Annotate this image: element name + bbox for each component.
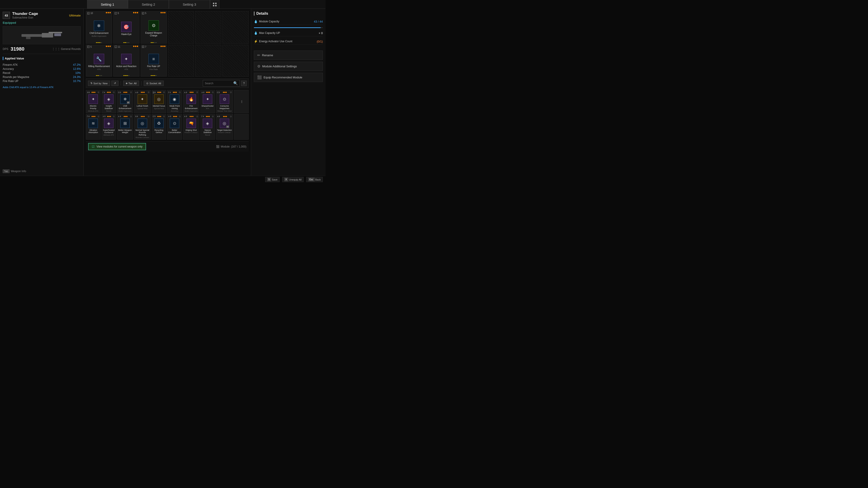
module-slot-2[interactable]: C5 ⚙ Expand Weapon Charge [141, 11, 167, 43]
module-card-4[interactable]: |||6 ⚙ ◎ Mental Focus Special Mod [152, 90, 166, 113]
view-toggle[interactable]: ☑ View modules for current weapon only [88, 143, 146, 150]
stat-accuracy: Accuracy 12.6% [3, 67, 81, 71]
module-card-5[interactable]: Γ4 ⚙ ◉ Weak Point Aiming Accuracy [167, 90, 182, 113]
svg-rect-9 [54, 33, 61, 36]
module-card-13[interactable]: C5 ⚙ ♻ Recycling Genius [152, 114, 166, 140]
module-card-12[interactable]: X4 ⚙ ◎ Normal Special Rounds Refining Ro… [134, 114, 151, 140]
module-tag-chill: Bullet Improvem [92, 35, 106, 37]
module-card-8[interactable]: C5 ⚙ ⊙ Consume Magazines Reload Time Mod [216, 90, 233, 113]
equip-recommended-button[interactable]: ⬛ Equip Recommended Module [254, 73, 323, 82]
module-card-15[interactable]: ∧6 ⚙ 🔫 Edging Shot Firearm Critical I [183, 114, 199, 140]
energy-icon: ⚡ [254, 39, 258, 43]
max-capacity-label: Max Capacity UP [259, 31, 280, 35]
save-button[interactable]: S Save [265, 177, 280, 182]
module-slot-6[interactable]: Γ5 🔧 Rifling Reinforcement ATK [86, 45, 112, 77]
tab-setting3[interactable]: Setting 3 [169, 0, 210, 8]
tab-setting2[interactable]: Setting 2 [128, 0, 169, 8]
module-settings-icon-11[interactable]: ⚙ [130, 115, 132, 118]
module-slot-1[interactable]: Γ5 🎯 Hawk-Eye [113, 11, 140, 43]
module-name-firerate: Fire Rate UP [147, 65, 160, 68]
equip-recommended-icon: ⬛ [257, 75, 262, 79]
module-slot-10[interactable] [195, 45, 221, 77]
tier-label: Tier: All [128, 82, 136, 85]
module-count: ⬛ Module (167 / 1,000) [216, 145, 246, 148]
module-slot-5[interactable] [222, 11, 249, 43]
module-settings-icon-7[interactable]: ⚙ [212, 91, 214, 94]
module-list-name-13: Recycling Genius [153, 129, 165, 134]
module-list-name-0: Electric Priority [87, 105, 99, 110]
module-card-7[interactable]: ∧6 ⚙ ✦ Sharpshooter ATK [200, 90, 215, 113]
module-settings-icon-1[interactable]: ⚙ [113, 91, 115, 94]
module-settings-icon-10[interactable]: ⚙ [113, 115, 115, 118]
capacity-value: 43 / 44 [314, 20, 323, 23]
module-settings-icon-0[interactable]: ⚙ [97, 91, 99, 94]
module-list-name-9: Vibration Absorption [87, 129, 99, 134]
tab-setting1[interactable]: Setting 1 [87, 0, 128, 8]
module-count-label: Module [221, 145, 230, 148]
module-slot-4[interactable] [195, 11, 221, 43]
module-settings-icon-6[interactable]: ⚙ [196, 91, 198, 94]
module-settings-icon-16[interactable]: ⚙ [212, 115, 214, 118]
module-card-9[interactable]: Γ4 ⚙ ≋ Vibration Absorption [86, 114, 101, 140]
detail-energy-row: ⚡ Energy Activator Use Count (0/1) [254, 38, 323, 45]
module-list-icon-8: ⊙ [220, 94, 229, 104]
module-card-1[interactable]: Γ4 ⚙ ◈ Insight Stabilizer Recoil [101, 90, 116, 113]
weapon-info-tab[interactable]: Tab Weapon Info [3, 169, 81, 173]
module-card-17[interactable]: ∧6 ⚙ ◎x2 Target Detection Firearm Critic… [216, 114, 233, 140]
module-card-scrollbar-2 [234, 114, 249, 140]
module-list-name-10: Superheated Gunbarrel [103, 129, 115, 134]
module-card-16[interactable]: Γ4 ⚙ ◈ Stance Stabilizer Recoil [200, 114, 215, 140]
tab-key: Tab [3, 169, 9, 173]
module-settings-icon-8[interactable]: ⚙ [230, 91, 232, 94]
module-slot-9[interactable] [168, 45, 194, 77]
tier-icon: ◈ [126, 82, 127, 85]
module-count-value: (167 / 1,000) [231, 145, 246, 148]
module-slot-0[interactable]: C10 ❄ Chill Enhancement Bullet Improvem [86, 11, 112, 43]
socket-button[interactable]: ◎ Socket: All [144, 80, 163, 86]
module-settings-icon-4[interactable]: ⚙ [163, 91, 165, 94]
module-card-11[interactable]: ∧4 ⚙ ⊞ Better Weapon Weight [117, 114, 133, 140]
reset-button[interactable]: ↺ [112, 80, 119, 86]
module-card-6[interactable]: ∧6 ⚙ 🔥 Fire Enhancement Bullet Improvem [183, 90, 199, 113]
module-list-tag-6: Bullet Improvem [184, 110, 198, 112]
module-settings-icon-13[interactable]: ⚙ [163, 115, 165, 118]
module-settings-icon-14[interactable]: ⚙ [179, 115, 181, 118]
module-settings-icon-3[interactable]: ⚙ [148, 91, 150, 94]
search-input[interactable] [205, 82, 232, 85]
left-panel: 43 Thunder Cage Submachine Gun Ultimate … [0, 9, 84, 176]
module-list-tag-5: Accuracy [168, 110, 181, 112]
module-settings-icon-2[interactable]: ⚙ [130, 91, 132, 94]
module-slot-11[interactable] [222, 45, 249, 77]
module-slot-7[interactable]: |11 ✦ Action and Reaction ATK [113, 45, 140, 77]
module-settings-icon-15[interactable]: ⚙ [196, 115, 198, 118]
checkbox-icon: ☑ [92, 145, 95, 149]
module-settings-button[interactable]: ⚙ Module Additional Settings [254, 62, 323, 71]
module-card-3[interactable]: ∧6 ⚙ ✦ Lethal Finish Special Mod [134, 90, 151, 113]
module-settings-icon-5[interactable]: ⚙ [179, 91, 181, 94]
equip-recommended-label: Equip Recommended Module [264, 76, 302, 79]
module-list-icon-3: ✦ [138, 94, 147, 104]
module-card-14[interactable]: ∧6 ⚙ ⊙ Better Concentration [167, 114, 182, 140]
module-settings-icon-17[interactable]: ⚙ [230, 115, 232, 118]
module-card-2[interactable]: C6 ⚙ ❄x3 Chill Enhancement Bullet Improv… [117, 90, 133, 113]
sort-button[interactable]: ⇅ Sort by: New [88, 80, 110, 86]
save-label: Save [272, 178, 277, 181]
energy-value: (0/1) [317, 40, 323, 43]
unequip-all-button[interactable]: X Unequip All [282, 177, 304, 182]
module-slot-3[interactable] [168, 11, 194, 43]
module-list-name-12: Normal Special Rounds Refining [135, 129, 150, 136]
module-card-0[interactable]: X6 ⚙ ✦ Electric Priority Attribute ATK [86, 90, 101, 113]
help-button[interactable]: ? [241, 80, 247, 86]
rename-icon: ✏ [257, 53, 260, 57]
rename-button[interactable]: ✏ Rename [254, 51, 323, 60]
module-settings-icon-9[interactable]: ⚙ [97, 115, 99, 118]
tier-button[interactable]: ◈ Tier: All [123, 80, 139, 86]
module-slot-8[interactable]: X7 ≡ Fire Rate UP Fire Rate [141, 45, 167, 77]
weapon-rarity: Ultimate [69, 14, 81, 17]
module-list-name-14: Better Concentration [168, 129, 181, 134]
tab-grid-button[interactable] [210, 0, 219, 8]
module-card-10[interactable]: ∧6 ⚙ ◈ Superheated Gunbarrel Attribute A… [101, 114, 116, 140]
module-settings-icon-12[interactable]: ⚙ [148, 115, 150, 118]
scrollbar-area[interactable]: ▐ [234, 90, 249, 113]
back-button[interactable]: Esc Back [306, 177, 323, 182]
